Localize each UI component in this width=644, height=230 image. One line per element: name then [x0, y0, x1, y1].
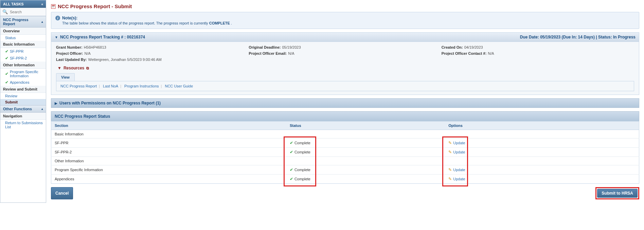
cell-section: Basic Information — [51, 130, 286, 138]
resources-panel: ▼ Resources ⧉ View NCC Progress Report| … — [56, 64, 634, 91]
pencil-icon: ✎ — [448, 177, 452, 181]
notes-body-prefix: The table below shows the status of the … — [62, 21, 209, 25]
update-link[interactable]: Update — [453, 141, 465, 145]
report-icon — [51, 4, 56, 9]
reslink-3[interactable]: NCC User Guide — [165, 84, 193, 88]
status-table-wrap: NCC Progress Report Status Section Statu… — [51, 111, 639, 184]
submit-to-hrsa-button[interactable]: Submit to HRSA — [597, 189, 638, 198]
search-row: 🔍 — [0, 8, 46, 16]
cell-section: Program Specific Information — [51, 165, 286, 175]
sidebar-item-return[interactable]: Return to Submissions List — [0, 120, 46, 130]
check-icon: ✔ — [290, 167, 293, 172]
separator: | — [120, 84, 121, 88]
th-status: Status — [286, 121, 445, 130]
reslink-2[interactable]: Program Instructions — [124, 84, 159, 88]
separator: | — [161, 84, 162, 88]
cell-status — [286, 157, 445, 165]
highlight-box-submit: Submit to HRSA — [595, 187, 639, 199]
sidebar-item-label: Review — [5, 94, 17, 98]
kv-key: Project Officer: — [56, 51, 83, 55]
sidebar-section-otherfn[interactable]: Other Functions ▴ — [0, 105, 46, 113]
notes-box: i Note(s): The table below shows the sta… — [51, 12, 639, 29]
separator: | — [99, 84, 100, 88]
kv-orig-deadline: Original Deadline:05/19/2023 — [249, 45, 441, 49]
sidebar-subhead-basic: Basic Information — [0, 41, 46, 48]
cell-options — [445, 130, 639, 138]
check-icon: ✔ — [290, 150, 293, 154]
permissions-panel-head[interactable]: ▶ Users with Permissions on NCC Progress… — [51, 98, 639, 108]
sidebar-item-label: Program Specific Information — [10, 70, 43, 78]
sidebar-item-review[interactable]: Review — [0, 93, 46, 99]
notes-body-suffix: . — [230, 21, 232, 25]
kv-key: Original Deadline: — [249, 45, 281, 49]
chevron-up-icon: ▴ — [41, 107, 43, 111]
cell-section: Other Information — [51, 157, 286, 165]
cell-options: ✎Update — [445, 175, 639, 184]
tracking-panel: ▼ NCC Progress Report Tracking # : 00216… — [51, 32, 639, 95]
kv-po: Project Officer:N/A — [56, 51, 249, 55]
status-label: Complete — [294, 177, 310, 181]
cell-section: SF-PPR — [51, 138, 286, 148]
update-link[interactable]: Update — [453, 168, 465, 172]
collapse-icon[interactable]: « — [41, 2, 43, 6]
update-link[interactable]: Update — [453, 150, 465, 154]
check-icon: ✔ — [5, 49, 8, 54]
table-row: Basic Information — [51, 130, 639, 138]
kv-val: N/A — [488, 51, 494, 55]
sidebar-item-psi[interactable]: ✔ Program Specific Information — [0, 69, 46, 79]
kv-key: Project Officer Contact #: — [442, 51, 487, 55]
cell-status — [286, 130, 445, 138]
cell-options: ✎Update — [445, 165, 639, 175]
search-input[interactable] — [9, 10, 40, 14]
cell-status: ✔Complete — [286, 165, 445, 175]
check-icon: ✔ — [290, 177, 293, 181]
sidebar-item-submit[interactable]: Submit — [0, 99, 46, 105]
external-link-icon: ⧉ — [86, 66, 89, 70]
info-icon: i — [55, 16, 60, 20]
reslink-0[interactable]: NCC Progress Report — [60, 84, 97, 88]
resources-head[interactable]: ▼ Resources ⧉ — [56, 64, 634, 72]
kv-key: Grant Number: — [56, 45, 83, 49]
sidebar-item-sfppr[interactable]: ✔ SF-PPR — [0, 48, 46, 55]
tab-view[interactable]: View — [56, 73, 75, 81]
resource-links: NCC Progress Report| Last NoA| Program I… — [56, 81, 634, 91]
kv-created: Created On:04/19/2023 — [442, 45, 634, 49]
kv-val: 04/19/2023 — [464, 45, 483, 49]
sidebar-item-status[interactable]: Status — [0, 35, 46, 41]
cell-section: SF-PPR-2 — [51, 148, 286, 157]
sidebar-item-label: SF-PPR — [10, 49, 23, 53]
kv-val: Wettergreen, Jonathan 5/5/2023 9:00:46 A… — [88, 58, 161, 62]
status-label: Complete — [294, 150, 310, 154]
update-link[interactable]: Update — [453, 177, 465, 181]
kv-po-contact: Project Officer Contact #:N/A — [442, 51, 634, 55]
kv-val: 05/19/2023 — [282, 45, 301, 49]
sidebar-item-appendices[interactable]: ✔ Appendices — [0, 79, 46, 86]
th-options: Options — [445, 121, 639, 130]
kv-key: Last Updated By: — [56, 58, 87, 62]
table-row: Other Information — [51, 157, 639, 165]
tracking-panel-head[interactable]: ▼ NCC Progress Report Tracking # : 00216… — [51, 33, 639, 42]
caret-down-icon: ▼ — [57, 66, 61, 70]
sidebar-item-sfppr2[interactable]: ✔ SF-PPR-2 — [0, 55, 46, 62]
status-table-title: NCC Progress Report Status — [51, 111, 639, 121]
section-label: NCC Progress Report — [3, 18, 41, 26]
kv-key: Created On: — [442, 45, 463, 49]
resources-title: Resources — [64, 66, 84, 70]
main-content: NCC Progress Report - Submit i Note(s): … — [46, 0, 644, 203]
status-label: Complete — [294, 168, 310, 172]
sidebar-item-label: Appendices — [10, 80, 30, 84]
reslink-1[interactable]: Last NoA — [103, 84, 118, 88]
sidebar-subhead-other: Other Information — [0, 62, 46, 69]
cell-section: Appendices — [51, 175, 286, 184]
button-row: Cancel Submit to HRSA — [51, 187, 639, 199]
kv-val: N/A — [84, 51, 90, 55]
sidebar-section-ncc[interactable]: NCC Progress Report ▴ — [0, 16, 46, 28]
svg-rect-3 — [52, 7, 54, 7]
notes-body-strong: COMPLETE — [209, 21, 230, 25]
tracking-title: NCC Progress Report Tracking # : 0021637… — [60, 35, 145, 39]
sidebar-item-label: Return to Submissions List — [5, 121, 43, 129]
status-table: Section Status Options Basic Information… — [51, 121, 639, 184]
cancel-button[interactable]: Cancel — [51, 187, 73, 199]
tracking-right: Due Date: 05/19/2023 (Due In: 14 Days) |… — [520, 35, 636, 39]
kv-val: N/A — [288, 51, 294, 55]
